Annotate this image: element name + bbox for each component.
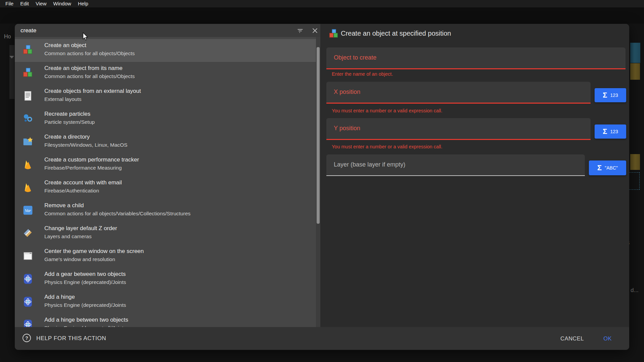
cubes-icon [329,29,339,39]
sigma-icon: Σ [603,91,607,100]
firebase-icon [23,159,33,170]
close-icon[interactable] [311,26,319,35]
instruction-list-item[interactable]: Create an object Common actions for all … [15,39,320,62]
particles-icon [23,113,33,124]
dialog-footer: ? HELP FOR THIS ACTION CANCEL OK [15,327,629,350]
x-position-error-text: You must enter a number or a valid expre… [332,108,442,113]
object-to-create-field[interactable]: Object to create [326,47,626,69]
x-position-field[interactable]: X position [326,82,591,104]
instruction-list-item[interactable]: Create objects from an external layout E… [15,85,320,108]
physics-icon [23,319,33,327]
object-helper-text: Enter the name of an object. [332,71,393,77]
instruction-list-item[interactable]: Create a custom performance tracker Fire… [15,153,320,176]
instruction-editor-dialog: create Create an object Common actions f… [15,24,629,350]
menu-item-edit[interactable]: Edit [17,0,32,7]
list-scrollbar[interactable] [316,37,320,327]
toolbar [0,7,644,24]
window-icon [23,251,33,261]
instruction-list-item[interactable]: Add a hinge between two objects Physics … [15,314,320,327]
y-position-placeholder: Y position [334,118,360,138]
object-to-create-placeholder: Object to create [334,47,376,68]
background-scene-tile [630,43,640,63]
y-position-error-text: You must enter a number or a valid expre… [332,144,442,149]
scrollbar-thumb[interactable] [317,47,320,224]
menu-item-view[interactable]: View [32,0,50,7]
instruction-parameters-panel: Create an object at specified position O… [324,24,629,327]
layer-placeholder: Layer (base layer if empty) [334,154,405,175]
background-scene-tile [630,63,640,80]
sigma-icon: Σ [597,164,602,172]
home-tab-fragment: Ho [4,34,11,40]
instruction-list-item[interactable]: Center the game window on the screen Gam… [15,245,320,268]
y-expression-builder-button[interactable]: Σ 123 [595,124,626,139]
menu-item-help[interactable]: Help [75,0,92,7]
search-bar[interactable]: create [15,24,320,37]
instruction-list-item[interactable]: Var Remove a child Common actions for al… [15,199,320,222]
background-selection-outline [629,172,640,190]
instruction-list-item[interactable]: Add a hinge Physics Engine (deprecated)/… [15,291,320,314]
layer-expression-builder-button[interactable]: Σ "ABC" [589,160,626,175]
instruction-search-panel: create Create an object Common actions f… [15,24,320,327]
svg-text:?: ? [25,335,28,340]
layer-field[interactable]: Layer (base layer if empty) [326,154,585,176]
cubes-icon [23,45,33,56]
menu-item-file[interactable]: File [2,0,17,7]
instruction-list: Create an object Common actions for all … [15,37,320,327]
instruction-title: Create an object at specified position [341,30,451,37]
sigma-icon: Σ [603,127,607,136]
physics-icon [23,296,33,307]
menu-item-window[interactable]: Window [50,0,74,7]
svg-text:Var: Var [25,208,31,213]
instruction-list-item[interactable]: Change layer default Z order Layers and … [15,222,320,245]
x-position-placeholder: X position [334,82,360,102]
help-for-this-action-button[interactable]: ? HELP FOR THIS ACTION [22,333,106,344]
instruction-list-item[interactable]: Create an object from its name Common ac… [15,62,320,85]
instruction-list-item[interactable]: Add a gear between two objects Physics E… [15,268,320,291]
instruction-list-item[interactable]: Recreate particles Particle system/Setup [15,108,320,131]
var-icon: Var [23,205,33,216]
y-position-field[interactable]: Y position [326,118,591,140]
x-expression-builder-button[interactable]: Σ 123 [595,88,626,102]
cancel-button[interactable]: CANCEL [557,333,587,345]
search-input[interactable]: create [21,24,36,37]
folder-icon [23,136,33,147]
instruction-list-item[interactable]: Create account with with email Firebase/… [15,176,320,199]
firebase-icon [23,182,33,193]
layers-icon [23,228,33,239]
cubes-icon [23,68,33,78]
instruction-list-item[interactable]: Create a directory Filesystem/Windows, L… [15,131,320,153]
filter-icon[interactable] [296,26,305,35]
background-panel-edge [9,45,14,99]
menu-bar: File Edit View Window Help [0,0,644,7]
background-text-fragment: d... [631,287,639,294]
dropdown-caret-icon [9,56,14,59]
physics-icon [23,274,33,284]
document-icon [23,90,33,101]
background-scene-tile [630,154,640,170]
help-circle-icon: ? [22,333,31,344]
ok-button[interactable]: OK [600,333,615,345]
